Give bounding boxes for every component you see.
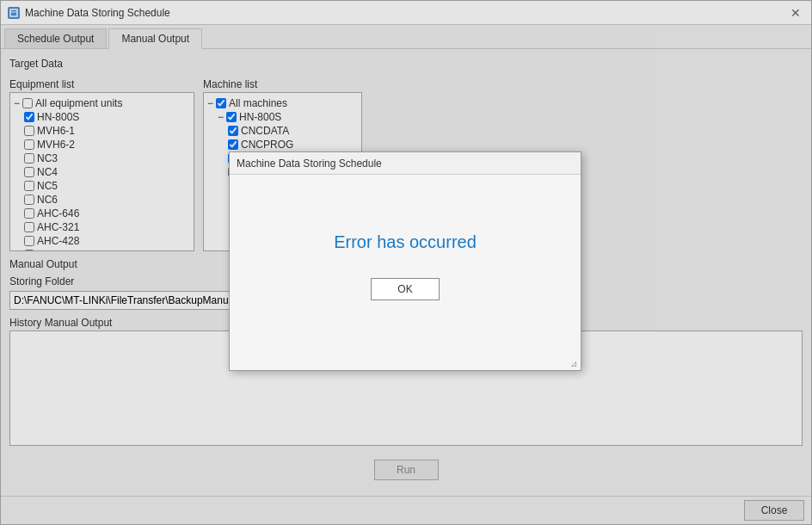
ok-button[interactable]: OK	[371, 278, 440, 300]
modal-title: Machine Data Storing Schedule	[237, 158, 382, 170]
modal-dialog: Machine Data Storing Schedule Error has …	[229, 151, 581, 371]
modal-title-bar: Machine Data Storing Schedule	[230, 152, 581, 175]
resize-handle[interactable]: ⊿	[230, 357, 581, 370]
modal-content: Error has occurred OK	[230, 175, 581, 357]
modal-overlay: Machine Data Storing Schedule Error has …	[1, 1, 811, 524]
error-message: Error has occurred	[334, 232, 477, 252]
main-window: Machine Data Storing Schedule ✕ Schedule…	[0, 0, 812, 525]
